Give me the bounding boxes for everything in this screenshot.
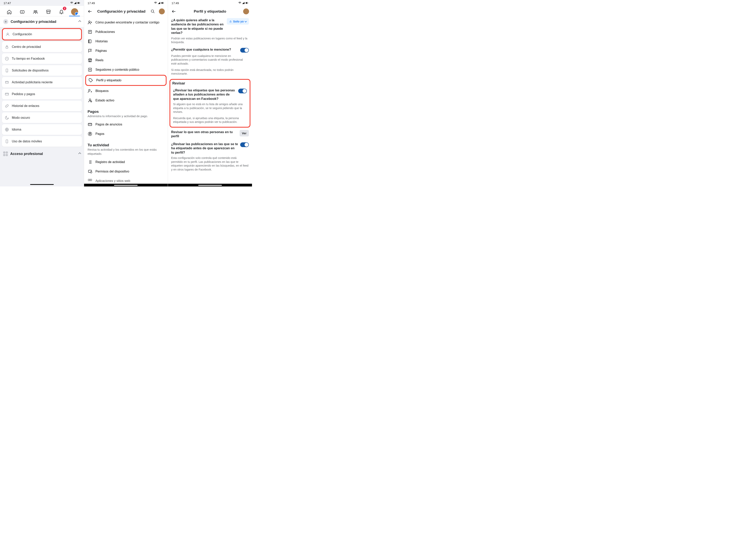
question-text: ¿A quién quieres añadir a la audiencia d… (171, 18, 225, 35)
item-como-encontrarte[interactable]: Cómo pueden encontrarte y contactar cont… (84, 18, 168, 27)
item-pagos[interactable]: Pagos (84, 129, 168, 139)
item-reels[interactable]: Reels (84, 56, 168, 65)
battery-icon (245, 1, 248, 5)
svg-rect-34 (246, 2, 247, 4)
flag-icon (88, 48, 92, 53)
tab-home[interactable] (3, 7, 16, 16)
item-perfil-etiquetado[interactable]: Perfil y etiquetado (86, 76, 166, 85)
item-estado-activo[interactable]: Estado activo (84, 96, 168, 105)
svg-point-6 (5, 21, 6, 22)
menu-item-actividad-publicitaria[interactable]: Actividad publicitaria reciente (2, 77, 82, 88)
item-paginas[interactable]: Páginas (84, 46, 168, 56)
item-bloqueos[interactable]: Bloqueos (84, 86, 168, 96)
item-seguidores[interactable]: Seguidores y contenido público (84, 65, 168, 74)
mention-toggle[interactable] (240, 48, 249, 53)
description-text: Si alguien que no está en tu lista de am… (172, 102, 248, 116)
menu-item-idioma[interactable]: Idioma (2, 124, 82, 135)
nav-indicator (30, 184, 54, 185)
tab-watch[interactable] (16, 7, 29, 16)
followers-icon (88, 67, 92, 72)
menu-label: Idioma (12, 128, 21, 131)
menu-label: Pedidos y pagos (12, 92, 35, 96)
item-label: Aplicaciones y sitios web (95, 179, 130, 183)
item-label: Permisos del dispositivo (95, 170, 129, 173)
svg-point-19 (151, 10, 154, 12)
subheader: Configuración y privacidad (84, 6, 168, 17)
tab-notifications[interactable]: 2 (55, 7, 68, 16)
panel-settings-menu: 17:47 2 Configuración y privacidad Confi… (0, 0, 84, 186)
menu-label: Solicitudes de dispositivos (12, 69, 49, 72)
menu-item-modo-oscuro[interactable]: Modo oscuro (2, 112, 82, 123)
menu-label: Tu tiempo en Facebook (12, 57, 45, 60)
wifi-icon (154, 1, 157, 5)
card-icon (5, 92, 9, 96)
item-publicaciones[interactable]: Publicaciones (84, 27, 168, 37)
question-text: ¿Revisar las etiquetas que las personas … (173, 88, 236, 101)
status-bar: 17:47 (0, 0, 84, 6)
review-tagged-toggle[interactable] (240, 142, 249, 147)
menu-item-datos-moviles[interactable]: Uso de datos móviles (2, 136, 82, 147)
status-icons (70, 1, 80, 5)
mobile-data-icon (5, 139, 9, 144)
wifi-icon (238, 1, 241, 5)
nav-bar (84, 184, 168, 186)
back-button[interactable] (86, 8, 94, 15)
tag-icon (88, 78, 93, 83)
description-text: Podrán ver estas publicaciones en lugare… (170, 36, 250, 46)
question-text: Revisar lo que ven otras personas en tu … (171, 130, 237, 138)
q-review-profile-view: Revisar lo que ven otras personas en tu … (170, 129, 250, 140)
question-text: ¿Permitir que cualquiera te mencione? (171, 47, 238, 52)
subheader: Perfil y etiquetado (168, 6, 252, 17)
search-button[interactable] (149, 8, 156, 15)
status-icons (154, 1, 164, 5)
item-permisos-dispositivo[interactable]: Permisos del dispositivo (84, 167, 168, 176)
back-arrow-icon (171, 9, 176, 14)
ver-button[interactable]: Ver (240, 130, 249, 136)
moon-icon (5, 116, 9, 120)
status-bar: 17:49 (168, 0, 252, 6)
menu-item-dispositivos[interactable]: Solicitudes de dispositivos (2, 65, 82, 76)
audience-selector[interactable]: Solo yo (227, 18, 249, 25)
item-label: Registro de actividad (95, 160, 125, 164)
settings-privacy-header[interactable]: Configuración y privacidad (0, 16, 84, 27)
description-text: Recuerda que, si apruebas una etiqueta, … (172, 116, 248, 126)
status-bar: 17:49 (84, 0, 168, 6)
profile-button[interactable] (158, 8, 165, 15)
acceso-profesional-header[interactable]: Acceso profesional (0, 149, 84, 159)
lock-icon (5, 45, 9, 49)
apps-icon (88, 179, 92, 183)
section-pagos-header: Pagos Administra tu información y activi… (84, 106, 168, 119)
question-text: ¿Revisar las publicaciones en las que se… (171, 142, 238, 155)
item-registro-actividad[interactable]: Registro de actividad (84, 157, 168, 167)
tab-menu[interactable] (68, 7, 81, 16)
item-historias[interactable]: Historias (84, 37, 168, 46)
avatar (71, 8, 78, 15)
profile-button[interactable] (243, 8, 250, 15)
menu-item-tiempo[interactable]: Tu tiempo en Facebook (2, 53, 82, 64)
panel-perfil-etiquetado: 17:49 Perfil y etiquetado ¿A quién quier… (168, 0, 252, 186)
svg-rect-36 (230, 21, 231, 22)
section-title: Pagos (88, 109, 164, 114)
back-button[interactable] (170, 8, 177, 15)
section-heading: Revisar (172, 81, 248, 85)
gear-icon (3, 19, 8, 24)
dollar-icon (88, 132, 92, 136)
review-tags-toggle[interactable] (238, 89, 247, 93)
device-icon (5, 68, 9, 73)
status-time: 17:49 (88, 1, 95, 5)
menu-item-centro-privacidad[interactable]: Centro de privacidad (2, 42, 82, 52)
menu-item-configuracion[interactable]: Configuración (2, 28, 82, 40)
svg-rect-32 (90, 179, 92, 181)
tab-friends[interactable] (29, 7, 42, 16)
review-highlight-box: Revisar ¿Revisar las etiquetas que las p… (170, 79, 250, 128)
stories-icon (88, 39, 92, 44)
menu-item-historial-enlaces[interactable]: Historial de enlaces (2, 101, 82, 111)
person-plus-icon (88, 20, 92, 25)
battery-icon (77, 1, 80, 5)
menu-item-pedidos[interactable]: Pedidos y pagos (2, 89, 82, 99)
svg-rect-17 (162, 2, 163, 4)
svg-point-4 (34, 11, 35, 12)
item-pagos-anuncios[interactable]: Pagos de anuncios (84, 120, 168, 129)
status-time: 17:47 (4, 1, 11, 5)
tab-marketplace[interactable] (42, 7, 55, 16)
